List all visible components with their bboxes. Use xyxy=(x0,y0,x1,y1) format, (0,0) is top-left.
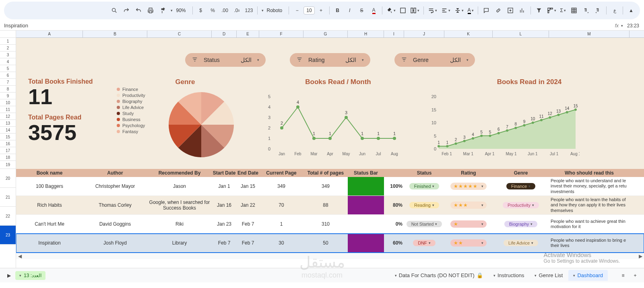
column-header-A[interactable]: A xyxy=(16,31,83,37)
table-row[interactable]: 100 BaggersChristopher MayorJasonJan 1Ja… xyxy=(16,177,644,196)
table-header-cell[interactable]: Author xyxy=(83,169,147,177)
scroll-left-icon[interactable]: ◀ xyxy=(16,253,23,259)
status-bar-cell[interactable] xyxy=(348,177,384,195)
percent-icon[interactable]: % xyxy=(207,5,219,16)
monthly-line-chart[interactable]: Books Read / Month 0123452Jan4Feb1Mar1Ap… xyxy=(262,78,415,162)
cell[interactable]: Jan 16 xyxy=(212,196,237,214)
currency-icon[interactable]: $ xyxy=(195,5,206,16)
pivot-dropdown[interactable]: ▾ xyxy=(545,7,558,14)
name-box[interactable]: Inspiration xyxy=(2,23,28,29)
cell[interactable]: Feb 7 xyxy=(237,234,259,252)
table-header-cell[interactable] xyxy=(384,169,404,177)
cell[interactable]: 30 xyxy=(259,234,303,252)
cell[interactable]: Jan 23 xyxy=(212,215,237,233)
column-header-B[interactable]: B xyxy=(83,31,147,37)
cell[interactable]: Thomas Corley xyxy=(83,196,147,214)
table-row[interactable]: InspirationJosh FloydLibraryFeb 7Feb 730… xyxy=(16,234,644,253)
cell[interactable]: Christopher Mayor xyxy=(83,177,147,195)
table-header-cell[interactable]: End Date xyxy=(237,169,259,177)
yearly-area-chart[interactable]: Books Read in 2024 051015201123455678910… xyxy=(427,78,632,162)
tab-genre-list[interactable]: ▾Genre List xyxy=(530,270,568,281)
row-header-18[interactable]: 18 xyxy=(0,154,16,161)
row-header-19[interactable]: 19 xyxy=(0,161,16,169)
fx-dropdown-icon[interactable]: ▾ xyxy=(621,24,623,28)
cell[interactable]: Jan 22 xyxy=(237,196,259,214)
filter-icon[interactable] xyxy=(533,5,545,16)
cell[interactable]: Riki xyxy=(147,215,212,233)
genre-cell[interactable]: Finance▾ xyxy=(493,177,549,195)
row-header-2[interactable]: 2 xyxy=(0,45,16,51)
rating-cell[interactable]: ★★★★★▾ xyxy=(444,177,493,195)
notes-cell[interactable]: People who need inspiration to bring e t… xyxy=(549,234,630,252)
wrap-dropdown[interactable]: ▾ xyxy=(426,7,439,14)
redo-icon[interactable] xyxy=(121,5,132,16)
cell[interactable]: Josh Floyd xyxy=(83,234,147,252)
add-sheet-icon[interactable]: + xyxy=(630,270,641,281)
notes-cell[interactable]: People who want to learn the habits of a… xyxy=(549,196,630,214)
percent-cell[interactable]: 0% xyxy=(384,215,404,233)
status-bar-cell[interactable] xyxy=(348,196,384,214)
column-header-E[interactable]: E xyxy=(237,31,259,37)
column-header-K[interactable]: K xyxy=(444,31,493,37)
row-header-7[interactable]: 7 xyxy=(0,79,16,86)
column-header-G[interactable]: G xyxy=(303,31,348,37)
row-header-23[interactable]: 23 xyxy=(0,226,16,245)
table-header-cell[interactable]: Book name xyxy=(16,169,83,177)
table-icon[interactable] xyxy=(568,5,580,16)
cell[interactable]: 50 xyxy=(303,234,348,252)
halign-dropdown[interactable]: ▾ xyxy=(440,7,452,14)
decimal-decrease-icon[interactable]: .00 xyxy=(219,5,231,16)
print-icon[interactable] xyxy=(145,5,156,16)
table-row[interactable]: Can't Hurt MeDavid GogginsRikiJan 23Feb … xyxy=(16,215,644,234)
row-header-11[interactable]: 11 xyxy=(0,106,16,113)
table-header-cell[interactable]: Who should read this xyxy=(549,169,630,177)
genre-cell[interactable]: Biography▾ xyxy=(493,215,549,233)
sigma-dropdown[interactable]: Σ▾ xyxy=(559,8,568,13)
cell[interactable]: 100 Baggers xyxy=(16,177,83,195)
tab-dashboard[interactable]: ▾Dashboard xyxy=(568,270,608,281)
zoom-dropdown[interactable]: ▾90% xyxy=(169,8,190,13)
scroll-right-icon[interactable]: ▶ xyxy=(637,253,644,259)
column-header-J[interactable]: J xyxy=(404,31,444,37)
tab-scroll-icon[interactable]: ▶ xyxy=(3,270,14,281)
tab-data-for-charts[interactable]: ▾Data For Charts (DO NOT EDIT) 🔒 xyxy=(390,270,488,281)
row-header-16[interactable]: 16 xyxy=(0,140,16,147)
cell[interactable]: Feb 7 xyxy=(237,215,259,233)
column-header-L[interactable]: L xyxy=(493,31,549,37)
undo-icon[interactable] xyxy=(133,5,144,16)
text-color-icon[interactable]: A xyxy=(368,5,380,16)
table-header-cell[interactable]: Status Bar xyxy=(348,169,384,177)
status-bar-cell[interactable] xyxy=(348,234,384,252)
cell[interactable]: 1 xyxy=(259,215,303,233)
cell[interactable]: Inspiration xyxy=(16,234,83,252)
comment-icon[interactable] xyxy=(481,5,492,16)
arabic-ain-icon[interactable]: ع xyxy=(609,5,620,16)
row-header-20[interactable]: 20 xyxy=(0,169,16,188)
row-header-10[interactable]: 10 xyxy=(0,99,16,106)
table-header-cell[interactable]: Status xyxy=(404,169,444,177)
cell[interactable]: Jason xyxy=(147,177,212,195)
table-header-cell[interactable]: Total # of pages xyxy=(303,169,348,177)
insert-icon[interactable] xyxy=(505,5,516,16)
table-header-cell[interactable]: Current Page xyxy=(259,169,303,177)
all-sheets-icon[interactable]: ≡ xyxy=(617,270,629,281)
percent-cell[interactable]: 60% xyxy=(384,234,404,252)
cell[interactable]: 349 xyxy=(259,177,303,195)
row-header-14[interactable]: 14 xyxy=(0,127,16,134)
status-cell[interactable]: Not Started▾ xyxy=(404,215,444,233)
italic-icon[interactable]: I xyxy=(344,5,355,16)
percent-cell[interactable]: 80% xyxy=(384,196,404,214)
column-header-I[interactable]: I xyxy=(384,31,404,37)
fontsize-input[interactable]: 10 xyxy=(303,6,314,14)
borders-dropdown[interactable] xyxy=(398,7,408,14)
cell[interactable]: 70 xyxy=(259,196,303,214)
status-cell[interactable]: Finished▾ xyxy=(404,177,444,195)
status-cell[interactable]: Reading▾ xyxy=(404,196,444,214)
strikethrough-icon[interactable]: S xyxy=(356,5,367,16)
link-icon[interactable] xyxy=(493,5,504,16)
cell[interactable]: 88 xyxy=(303,196,348,214)
table-header-cell[interactable]: Start Date xyxy=(212,169,237,177)
row-header-6[interactable]: 6 xyxy=(0,72,16,79)
row-header-4[interactable]: 4 xyxy=(0,58,16,65)
row-header-5[interactable]: 5 xyxy=(0,65,16,72)
